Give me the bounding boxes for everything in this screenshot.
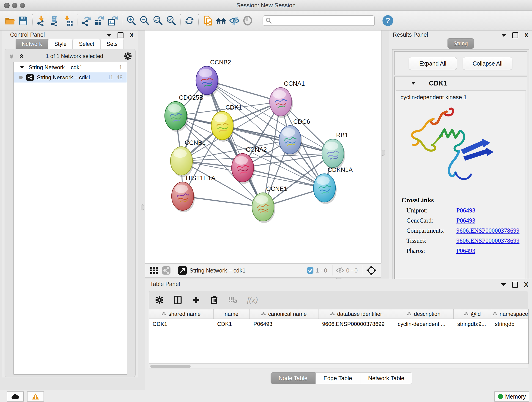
table-cell[interactable]: P06493 [250, 321, 318, 327]
export-network-button[interactable] [80, 14, 93, 27]
function-builder-icon[interactable]: f(x) [247, 296, 258, 304]
table-cell[interactable]: stringdb [491, 321, 529, 327]
warnings-button[interactable] [27, 391, 44, 402]
collection-expand-triangle-icon[interactable] [19, 65, 25, 70]
crosslink-link[interactable]: 9606.ENSP00000378699 [456, 237, 519, 244]
table-panel-menu-icon[interactable] [501, 283, 506, 286]
scrollbar-thumb[interactable] [150, 365, 191, 368]
crosslink-link[interactable]: P06493 [456, 207, 475, 214]
crosslink-link[interactable]: P06493 [456, 247, 475, 254]
new-network-from-selection-button[interactable] [201, 14, 215, 27]
results-panel-close-icon[interactable]: X [524, 33, 529, 38]
import-network-database-button[interactable] [48, 14, 61, 27]
control-panel-float-icon[interactable] [118, 32, 123, 38]
column-header-shared-name[interactable]: shared name [149, 309, 214, 319]
memory-button[interactable]: Memory [494, 391, 529, 402]
network-view-share-icon[interactable] [162, 266, 171, 275]
first-neighbors-button[interactable] [215, 14, 228, 27]
table-horizontal-scrollbar[interactable] [149, 364, 528, 369]
table-cell[interactable]: CDK1 [214, 321, 250, 327]
cloud-status-button[interactable] [7, 391, 24, 402]
show-columns-icon[interactable] [174, 295, 182, 305]
import-network-file-button[interactable] [35, 14, 48, 27]
expand-all-button[interactable]: Expand All [409, 57, 457, 70]
export-image-button[interactable] [106, 14, 120, 27]
search-input[interactable] [272, 17, 372, 24]
column-header-canonical-name[interactable]: canonical name [250, 309, 318, 319]
table-cell[interactable]: stringdb:9... [454, 321, 491, 327]
hidden-eye-slash-icon[interactable] [336, 267, 344, 274]
node-RB1[interactable]: RB1 [322, 132, 348, 169]
export-network-icon [81, 15, 92, 26]
section-collapse-triangle-icon[interactable] [411, 80, 416, 86]
network-collection-row[interactable]: String Network – cdk1 1 [14, 62, 127, 72]
delete-column-trash-icon[interactable] [210, 295, 218, 305]
add-column-icon[interactable] [192, 296, 200, 304]
node-HIST1H1A[interactable]: HIST1H1A [172, 175, 215, 212]
tab-node-table[interactable]: Node Table [271, 372, 316, 384]
zoom-out-button[interactable] [138, 14, 151, 27]
table-options-gear-icon[interactable] [155, 296, 164, 304]
tab-sets[interactable]: Sets [100, 39, 124, 49]
grid-view-icon[interactable] [149, 266, 158, 275]
delete-table-icon[interactable] [228, 296, 237, 304]
node-table[interactable]: shared namenamecanonical namedatabase id… [149, 309, 529, 364]
column-header-database-identifier[interactable]: database identifier [318, 309, 394, 319]
node-CCNB2[interactable]: CCNB2 [196, 59, 231, 96]
node-CCNE1[interactable]: CCNE1 [252, 185, 287, 223]
node-CDK1[interactable]: CDK1 [211, 104, 242, 142]
table-cell[interactable]: 9606.ENSP00000378699 [318, 321, 394, 327]
string-network-graph[interactable]: CCNB2CCNA1CDC25BCDK1CDC6RB1CCNB1CCNA2CDK… [145, 31, 381, 263]
birdseye-crosshair-icon[interactable] [366, 265, 377, 276]
table-panel-close-icon[interactable]: X [524, 282, 528, 287]
left-splitter-handle[interactable] [141, 204, 144, 211]
zoom-selected-button[interactable] [165, 14, 178, 27]
search-field[interactable] [263, 15, 375, 26]
collapse-all-button[interactable]: Collapse All [463, 57, 512, 70]
protein-section-header[interactable]: CDK1 [394, 77, 527, 89]
tab-network[interactable]: Network [16, 39, 48, 49]
help-button[interactable]: ? [381, 14, 394, 27]
collapse-all-networks-icon[interactable] [8, 53, 15, 60]
control-panel-close-icon[interactable]: X [129, 33, 134, 38]
column-header--id[interactable]: @id [454, 309, 491, 319]
results-panel-menu-icon[interactable] [501, 34, 506, 37]
table-cell[interactable]: cyclin-dependent ... [394, 321, 454, 327]
node-CCNA1[interactable]: CCNA1 [270, 80, 305, 118]
tab-edge-table[interactable]: Edge Table [316, 372, 360, 384]
right-splitter-handle[interactable] [382, 150, 385, 156]
results-panel-float-icon[interactable] [512, 32, 518, 38]
shared-column-icon [407, 311, 412, 317]
save-session-button[interactable] [17, 14, 30, 27]
import-table-file-button[interactable] [61, 14, 75, 27]
export-table-button[interactable] [93, 14, 106, 27]
column-header-name[interactable]: name [214, 309, 250, 319]
column-header-namespace[interactable]: namespace [491, 309, 529, 319]
table-panel-float-icon[interactable] [512, 282, 518, 288]
tab-string[interactable]: String [447, 38, 474, 49]
crosslink-link[interactable]: P06493 [456, 217, 475, 224]
network-row-selected[interactable]: String Network – cdk1 11 48 [14, 72, 127, 83]
crosslink-link[interactable]: 9606.ENSP00000378699 [456, 227, 519, 234]
tab-style[interactable]: Style [48, 39, 73, 49]
tab-select[interactable]: Select [73, 39, 100, 49]
control-panel-menu-icon[interactable] [107, 34, 112, 37]
table-cell[interactable]: CDK1 [149, 321, 214, 327]
edge-CDK1-RB1[interactable] [222, 126, 333, 153]
zoom-fit-button[interactable] [151, 14, 165, 27]
refresh-button[interactable] [183, 14, 196, 27]
detach-view-icon[interactable] [177, 266, 187, 275]
open-session-button[interactable] [3, 14, 17, 27]
selected-checkbox-icon[interactable] [307, 267, 314, 274]
network-view-canvas[interactable]: CCNB2CCNA1CDC25BCDK1CDC6RB1CCNB1CCNA2CDK… [145, 31, 381, 263]
edge-CCNB2-CCNE1[interactable] [207, 80, 263, 207]
column-header-description[interactable]: description [394, 309, 454, 319]
node-CDKN1A[interactable]: CDKN1A [313, 166, 353, 204]
show-all-button[interactable] [241, 14, 254, 27]
network-options-gear-icon[interactable] [124, 52, 132, 60]
node-table-data-row[interactable]: CDK1CDK1P064939606.ENSP00000378699cyclin… [149, 319, 528, 329]
tab-network-table[interactable]: Network Table [360, 372, 412, 384]
hide-selected-button[interactable] [228, 14, 241, 27]
expand-all-networks-icon[interactable] [18, 53, 25, 60]
zoom-in-button[interactable] [125, 14, 138, 27]
